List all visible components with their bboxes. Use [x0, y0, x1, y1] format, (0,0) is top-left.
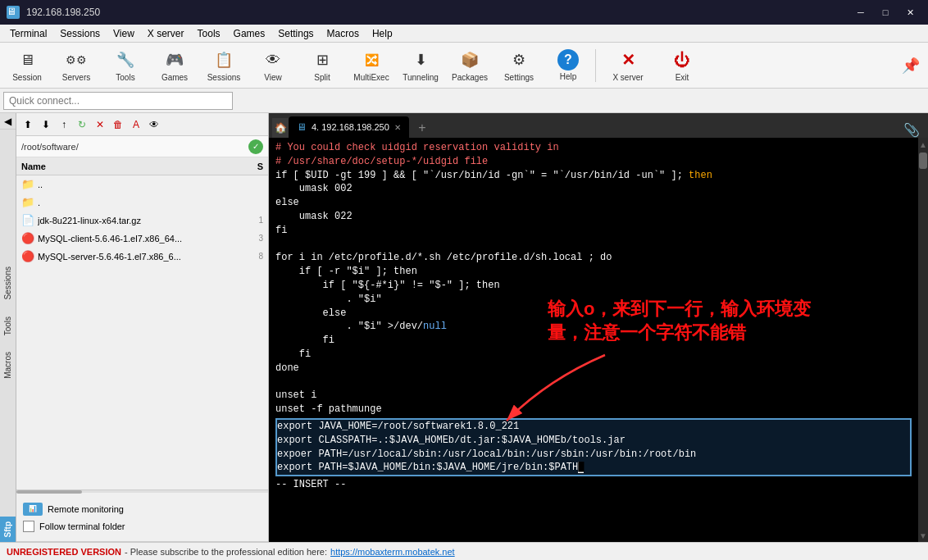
scroll-down-button[interactable]: ▼ [918, 529, 928, 542]
tool-packages[interactable]: 📦 Packages [446, 45, 494, 86]
term-line: done [275, 362, 912, 376]
status-bar: UNREGISTERED VERSION - Please subscribe … [0, 542, 928, 560]
file-up-btn[interactable]: ⬆ [20, 116, 36, 133]
file-item-size: 1 [247, 216, 263, 225]
window-controls: ─ □ ✕ [849, 4, 921, 20]
rpm-icon: 🔴 [21, 250, 34, 262]
remote-monitor[interactable]: 📊 Remote monitoring [23, 503, 262, 516]
highlighted-commands: export JAVA_HOME=/root/softwarek1.8.0_22… [275, 418, 912, 476]
path-ok-button[interactable]: ✓ [248, 139, 263, 154]
exit-icon: ⏻ [671, 48, 694, 71]
path-input[interactable] [21, 142, 248, 152]
file-hidden-btn[interactable]: 👁 [146, 116, 162, 133]
file-parent-btn[interactable]: ↑ [56, 116, 72, 133]
follow-folder-checkbox[interactable] [23, 521, 34, 532]
monitor-icon: 📊 [23, 503, 43, 516]
tool-tunneling[interactable]: ⬇ Tunneling [397, 45, 444, 86]
term-highlight-line: export PATH=$JAVA_HOME/bin:$JAVA_HOME/jr… [277, 461, 910, 475]
file-item-parent[interactable]: 📁 .. [16, 175, 268, 193]
file-item-mysql-server[interactable]: 🔴 MySQL-server-5.6.46-1.el7.x86_6... 8 [16, 248, 268, 266]
term-line: if [ "${-#*i}" != "$-" ]; then [275, 279, 912, 293]
file-icon: 📄 [21, 214, 34, 226]
tab-close-button[interactable]: ✕ [394, 123, 401, 132]
tab-add-button[interactable]: + [412, 118, 432, 138]
toolbar: 🖥 Session ⚙⚙ Servers 🔧 Tools 🎮 Games 📋 S… [0, 43, 928, 89]
status-link[interactable]: https://mobaxterm.mobatek.net [330, 547, 455, 557]
toolbar-separator [595, 49, 596, 82]
file-item-name: .. [38, 180, 243, 189]
tool-tools[interactable]: 🔧 Tools [102, 45, 149, 86]
terminal-content[interactable]: # You could check uidgid reservation val… [269, 138, 918, 542]
servers-icon: ⚙⚙ [65, 48, 88, 71]
sidebar-sessions-tab[interactable]: Sessions [3, 266, 12, 300]
tool-exit[interactable]: ⏻ Exit [658, 45, 706, 86]
terminal-flex: # You could check uidgid reservation val… [269, 138, 928, 542]
file-new-btn[interactable]: ✕ [92, 116, 108, 133]
session-icon: 🖥 [16, 48, 39, 71]
terminal-scrollbar[interactable]: ▲ ▼ [918, 138, 928, 542]
file-item-current[interactable]: 📁 . [16, 193, 268, 212]
tab-terminal[interactable]: 🖥 4. 192.168.198.250 ✕ [289, 116, 409, 138]
scroll-thumb[interactable] [919, 153, 927, 169]
tool-multiexec[interactable]: 🔀 MultiExec [348, 45, 395, 86]
tool-split[interactable]: ⊞ Split [298, 45, 346, 86]
minimize-button[interactable]: ─ [849, 4, 872, 20]
file-delete-btn[interactable]: 🗑 [110, 116, 126, 133]
menu-help[interactable]: Help [366, 26, 399, 41]
maximize-button[interactable]: □ [874, 4, 897, 20]
file-text-btn[interactable]: A [128, 116, 144, 133]
games-icon: 🎮 [163, 48, 186, 71]
file-item-name: MySQL-client-5.6.46-1.el7.x86_64... [38, 234, 243, 244]
file-down-btn[interactable]: ⬇ [38, 116, 54, 133]
pin-icon[interactable]: 📌 [897, 57, 925, 75]
sessions-icon: 📋 [212, 48, 235, 71]
tab-home-icon[interactable]: 🏠 [272, 118, 289, 138]
tool-view[interactable]: 👁 View [249, 45, 297, 86]
file-refresh-btn[interactable]: ↻ [74, 116, 90, 133]
scroll-up-button[interactable]: ▲ [918, 138, 928, 151]
app-icon: 🖥 [7, 6, 20, 19]
menu-macros[interactable]: Macros [321, 26, 366, 41]
file-toolbar: ⬆ ⬇ ↑ ↻ ✕ 🗑 A 👁 [16, 113, 268, 136]
file-list-header: Name S [16, 157, 268, 175]
sidebar-macros-tab[interactable]: Macros [3, 352, 12, 379]
file-list: 📁 .. 📁 . 📄 jdk-8u221-linux-x64.tar.gz 1 … [16, 175, 268, 489]
term-highlight-line: expoer PATH=/usr/local/sbin:/usr/local/b… [277, 448, 910, 462]
menu-xserver[interactable]: X server [141, 26, 191, 41]
sftp-tab[interactable]: Sftp [0, 517, 16, 542]
left-sidebar-icons: ◀ Sessions Tools Macros Sftp [0, 113, 16, 542]
close-button[interactable]: ✕ [898, 4, 921, 20]
quick-connect-input[interactable] [3, 92, 233, 110]
tool-session[interactable]: 🖥 Session [3, 45, 51, 86]
term-line: fi [275, 224, 912, 238]
tool-servers[interactable]: ⚙⚙ Servers [52, 45, 100, 86]
tools-icon: 🔧 [114, 48, 137, 71]
tool-sessions[interactable]: 📋 Sessions [200, 45, 248, 86]
status-version: UNREGISTERED VERSION [7, 547, 121, 557]
term-line: . "$i" >/dev/null [275, 320, 912, 334]
file-item-jdk[interactable]: 📄 jdk-8u221-linux-x64.tar.gz 1 [16, 212, 268, 230]
sidebar-tools-tab[interactable]: Tools [3, 316, 12, 335]
main-content: ◀ Sessions Tools Macros Sftp ⬆ ⬇ [0, 113, 928, 542]
menu-terminal[interactable]: Terminal [3, 26, 53, 41]
packages-icon: 📦 [458, 48, 481, 71]
menu-view[interactable]: View [107, 26, 141, 41]
tool-view-label: View [264, 73, 282, 82]
term-line [275, 238, 912, 252]
tool-xserver[interactable]: ✕ X server [599, 45, 657, 86]
file-bottom-panel: 📊 Remote monitoring Follow terminal fold… [16, 493, 268, 542]
menu-sessions[interactable]: Sessions [53, 26, 107, 41]
menu-settings[interactable]: Settings [271, 26, 320, 41]
file-item-name: jdk-8u221-linux-x64.tar.gz [38, 216, 243, 225]
terminal-panel: 🏠 🖥 4. 192.168.198.250 ✕ + 📎 # You could… [269, 113, 928, 542]
attach-icon[interactable]: 📎 [898, 122, 925, 138]
menu-tools[interactable]: Tools [191, 26, 227, 41]
collapse-icon[interactable]: ◀ [0, 113, 16, 130]
file-item-mysql-client[interactable]: 🔴 MySQL-client-5.6.46-1.el7.x86_64... 3 [16, 230, 268, 248]
window-title: 192.168.198.250 [26, 7, 843, 18]
name-column-header: Name [21, 162, 257, 171]
tool-games[interactable]: 🎮 Games [151, 45, 198, 86]
menu-games[interactable]: Games [227, 26, 272, 41]
tool-settings[interactable]: ⚙ Settings [495, 45, 543, 86]
tool-help[interactable]: ? Help [544, 45, 592, 86]
